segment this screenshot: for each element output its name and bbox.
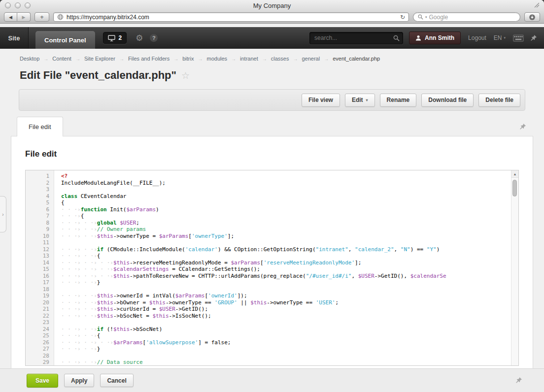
breadcrumb-item[interactable]: Files and Folders	[128, 56, 170, 62]
reload-button[interactable]: ↻	[400, 14, 405, 20]
code-line: · · ·› · ·›$this->ownerId = intVal($arPa…	[61, 293, 510, 299]
page-top-gap	[0, 24, 544, 27]
language-label: EN	[494, 34, 502, 41]
edit-button[interactable]: Edit ▾	[345, 94, 375, 107]
breadcrumb-separator-icon: →	[231, 56, 236, 62]
logout-link[interactable]: Logout	[468, 34, 486, 41]
breadcrumb: Desktop→Content→Site Explorer→Files and …	[20, 56, 544, 62]
breadcrumb-item[interactable]: intranet	[240, 56, 258, 62]
line-number: 16	[26, 273, 54, 280]
new-tab-button[interactable]: +	[34, 12, 49, 22]
pin-icon	[515, 377, 522, 384]
footer-pin-button[interactable]	[515, 377, 522, 384]
breadcrumb-separator-icon: →	[75, 56, 80, 62]
control-panel-tab[interactable]: Control Panel	[35, 31, 95, 49]
apply-button[interactable]: Apply	[64, 374, 94, 387]
breadcrumb-item[interactable]: Desktop	[20, 56, 39, 62]
downloads-button[interactable]	[524, 12, 540, 22]
edit-button-label: Edit	[352, 97, 363, 103]
panel-heading: File edit	[25, 149, 533, 159]
header-pin-button[interactable]	[530, 34, 537, 41]
back-button[interactable]: ◀	[4, 12, 17, 22]
search-icon[interactable]	[393, 34, 400, 43]
sidebar-toggle[interactable]: ›	[0, 196, 6, 232]
code-line	[61, 239, 510, 246]
line-number: 3	[26, 186, 54, 193]
breadcrumb-separator-icon: →	[198, 56, 203, 62]
site-button[interactable]: Site	[0, 27, 29, 49]
mac-titlebar: My Company	[0, 0, 544, 11]
gear-icon[interactable]: ⚙	[136, 34, 143, 42]
pin-icon	[519, 123, 526, 130]
code-line: · · ·› · ·›{	[61, 253, 510, 260]
cancel-button[interactable]: Cancel	[100, 374, 133, 387]
code-line: · · ·› · ·›}	[61, 346, 510, 353]
breadcrumb-item[interactable]: Site Explorer	[84, 56, 115, 62]
user-button[interactable]: Ann Smith	[409, 32, 461, 44]
code-line: · · ·›{	[61, 213, 510, 220]
line-number: 14	[26, 260, 54, 266]
code-line: <?	[61, 173, 510, 180]
line-number: 13	[26, 253, 54, 260]
browser-search-input[interactable]	[429, 14, 515, 21]
code-line: · · ·› · ·›// Data source	[61, 359, 510, 365]
save-button[interactable]: Save	[27, 374, 58, 388]
line-number: 8	[26, 220, 54, 227]
bitrix-header: Site Control Panel 2 ⚙ ? Ann Smith Logou…	[0, 27, 544, 49]
download-file-button[interactable]: Download file	[421, 94, 474, 107]
file-edit-panel: File edit 123456789101112131415161718192…	[11, 136, 533, 375]
scroll-up-button[interactable]: ▲	[511, 170, 518, 178]
line-number: 19	[26, 293, 54, 299]
user-name: Ann Smith	[425, 34, 454, 41]
line-number: 1	[26, 173, 54, 180]
code-line: · · ·› · ·›$this->curUserId = $USER->Get…	[61, 306, 510, 313]
tab-pin-button[interactable]	[519, 123, 526, 130]
help-icon[interactable]: ?	[150, 34, 158, 42]
scrollbar-thumb[interactable]	[512, 180, 517, 196]
code-line: · · ·› · ·›if (CModule::IncludeModule('c…	[61, 246, 510, 253]
pin-icon	[530, 34, 537, 41]
line-number: 25	[26, 332, 54, 339]
language-selector[interactable]: EN ▾	[494, 34, 506, 41]
admin-search-input[interactable]	[309, 32, 403, 44]
line-number: 15	[26, 266, 54, 273]
breadcrumb-item[interactable]: modules	[206, 56, 227, 62]
minimize-button[interactable]	[15, 2, 21, 8]
breadcrumb-item[interactable]: classes	[271, 56, 289, 62]
code-line	[61, 286, 510, 293]
breadcrumb-item[interactable]: bitrix	[182, 56, 194, 62]
code-line: · · ·›function Init($arParams)	[61, 206, 510, 213]
browser-window: My Company ◀ ▶ + ↻ ▾	[0, 0, 544, 392]
notifications-badge[interactable]: 2	[103, 32, 127, 44]
rename-button[interactable]: Rename	[380, 94, 417, 107]
editor-scrollbar[interactable]: ▲	[511, 170, 518, 365]
window-controls	[5, 2, 31, 8]
code-editor[interactable]: 1234567891011121314151617181920212223242…	[25, 170, 519, 366]
code-line: · · ·› · ·› · ·›$this->pathToReserveNew …	[61, 273, 510, 280]
close-button[interactable]	[5, 2, 11, 8]
breadcrumb-item[interactable]: general	[302, 56, 320, 62]
code-line: · · ·› · ·› · ·›$arParams['allowSuperpos…	[61, 339, 510, 346]
delete-file-button[interactable]: Delete file	[478, 94, 520, 107]
tab-file-edit[interactable]: File edit	[17, 117, 63, 136]
breadcrumb-item[interactable]: Content	[52, 56, 71, 62]
fullscreen-icon[interactable]	[534, 2, 540, 8]
breadcrumb-item[interactable]: event_calendar.php	[333, 56, 380, 62]
file-view-button[interactable]: File view	[302, 94, 340, 107]
tab-row: File edit	[17, 116, 526, 136]
code-line	[61, 186, 510, 193]
favorite-star-icon[interactable]: ☆	[181, 71, 190, 80]
line-number: 24	[26, 326, 54, 333]
keyboard-layout-button[interactable]	[513, 34, 524, 42]
zoom-button[interactable]	[25, 2, 31, 8]
url-input[interactable]	[67, 14, 397, 21]
editor-code[interactable]: <?IncludeModuleLangFile(__FILE__);class …	[54, 170, 518, 365]
forward-button[interactable]: ▶	[17, 12, 31, 22]
line-number: 7	[26, 213, 54, 220]
download-icon	[529, 14, 536, 21]
monitor-icon	[108, 35, 115, 41]
code-line	[61, 353, 510, 359]
page-body: Desktop→Content→Site Explorer→Files and …	[0, 49, 544, 392]
breadcrumb-separator-icon: →	[293, 56, 298, 62]
code-line: IncludeModuleLangFile(__FILE__);	[61, 180, 510, 187]
